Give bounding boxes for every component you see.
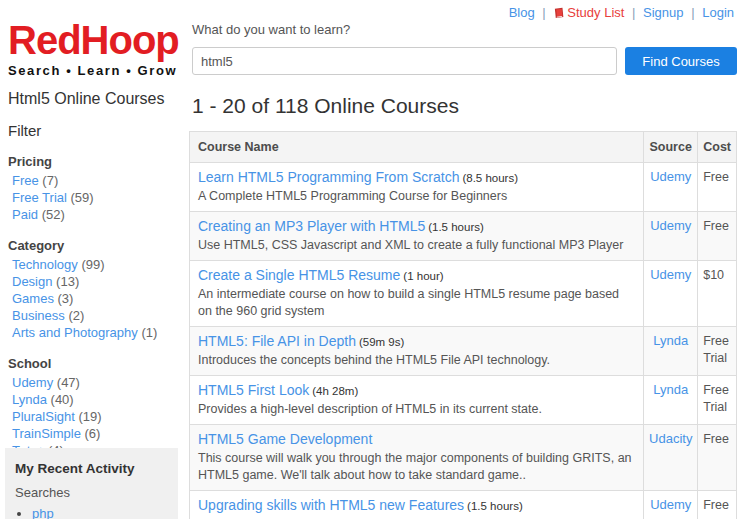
course-duration: (59m 9s)	[359, 336, 404, 348]
recent-search-item: php	[32, 506, 168, 519]
course-title-link[interactable]: HTML5 Game Development	[198, 431, 372, 447]
filter-heading: Filter	[8, 122, 180, 139]
results-area: 1 - 20 of 118 Online Courses Course Name…	[189, 92, 737, 519]
study-list-link[interactable]: Study List	[553, 5, 624, 20]
course-description: Introduces the concepts behind the HTML5…	[198, 352, 635, 369]
course-row: Learn HTML5 Programming From Scratch(8.5…	[190, 163, 737, 212]
filter-link[interactable]: Udemy	[12, 375, 53, 390]
recent-search-link[interactable]: php	[32, 506, 54, 519]
course-source-link[interactable]: Udemy	[650, 497, 691, 512]
course-cost: Free	[698, 212, 737, 261]
course-title-link[interactable]: Create a Single HTML5 Resume	[198, 267, 400, 283]
filter-item: PluralSight (19)	[8, 408, 180, 425]
recent-activity-title: My Recent Activity	[15, 461, 168, 476]
filter-item: Design (13)	[8, 273, 180, 290]
table-header-row: Course Name Source Cost	[190, 132, 737, 163]
course-source-link[interactable]: Lynda	[653, 333, 688, 348]
column-header-course-name: Course Name	[190, 132, 644, 163]
results-heading: 1 - 20 of 118 Online Courses	[192, 94, 737, 118]
study-list-label: Study List	[567, 5, 624, 20]
nav-separator: |	[632, 5, 635, 20]
course-row: Create a Single HTML5 Resume(1 hour) An …	[190, 261, 737, 327]
filter-link[interactable]: Business	[12, 308, 65, 323]
filter-group-category: Category Technology (99) Design (13) Gam…	[8, 238, 180, 341]
course-description: This course will walk you through the ma…	[198, 450, 635, 484]
course-description: Provides a high-level description of HTM…	[198, 401, 635, 418]
course-description: An intermediate course on how to build a…	[198, 286, 635, 320]
filter-group-school: School Udemy (47) Lynda (40) PluralSight…	[8, 356, 180, 459]
course-source-link[interactable]: Udemy	[650, 169, 691, 184]
search-area: What do you want to learn? Find Courses	[192, 22, 737, 75]
filter-count: (52)	[42, 207, 65, 222]
courses-table: Course Name Source Cost Learn HTML5 Prog…	[189, 131, 737, 519]
course-cost: Free Trial	[698, 376, 737, 425]
course-title-link[interactable]: Learn HTML5 Programming From Scratch	[198, 169, 459, 185]
filter-count: (13)	[56, 274, 79, 289]
course-title-link[interactable]: HTML5: File API in Depth	[198, 333, 356, 349]
filter-item: Games (3)	[8, 290, 180, 307]
course-duration: (1 hour)	[403, 270, 443, 282]
course-duration: (8.5 hours)	[462, 172, 518, 184]
course-duration: (4h 28m)	[312, 385, 358, 397]
course-row: Creating an MP3 Player with HTML5(1.5 ho…	[190, 212, 737, 261]
filter-count: (19)	[79, 409, 102, 424]
course-row: Upgrading skills with HTML5 new Features…	[190, 491, 737, 519]
filter-item: Udemy (47)	[8, 374, 180, 391]
filter-count: (99)	[81, 257, 104, 272]
filter-count: (2)	[68, 308, 84, 323]
filter-group-label: Category	[8, 238, 180, 253]
course-row: HTML5: File API in Depth(59m 9s) Introdu…	[190, 327, 737, 376]
filter-link[interactable]: PluralSight	[12, 409, 75, 424]
course-description: A Complete HTML5 Programming Course for …	[198, 188, 635, 205]
filter-link[interactable]: Arts and Photography	[12, 325, 138, 340]
filter-item: Free Trial (59)	[8, 189, 180, 206]
filter-item: Free (7)	[8, 172, 180, 189]
course-source-link[interactable]: Lynda	[653, 382, 688, 397]
filter-group-label: School	[8, 356, 180, 371]
nav-separator: |	[691, 5, 694, 20]
sidebar-title: Html5 Online Courses	[8, 90, 180, 108]
filter-count: (7)	[42, 173, 58, 188]
course-cost: Free	[698, 425, 737, 491]
filter-count: (3)	[58, 291, 74, 306]
course-cost: Free Trial	[698, 327, 737, 376]
course-source-link[interactable]: Udemy	[650, 267, 691, 282]
course-row: HTML5 Game Development This course will …	[190, 425, 737, 491]
filter-count: (40)	[51, 392, 74, 407]
course-cost: Free	[698, 491, 737, 519]
filter-count: (47)	[57, 375, 80, 390]
filter-count: (59)	[71, 190, 94, 205]
recent-searches-list: php	[15, 506, 168, 519]
course-duration: (1.5 hours)	[428, 221, 484, 233]
find-courses-button[interactable]: Find Courses	[625, 47, 737, 75]
search-input[interactable]	[192, 47, 617, 75]
filter-group-pricing: Pricing Free (7) Free Trial (59) Paid (5…	[8, 154, 180, 223]
course-title-link[interactable]: HTML5 First Look	[198, 382, 309, 398]
signup-link[interactable]: Signup	[643, 5, 683, 20]
filter-link[interactable]: Games	[12, 291, 54, 306]
search-label: What do you want to learn?	[192, 22, 737, 37]
filter-item: Arts and Photography (1)	[8, 324, 180, 341]
filter-link[interactable]: Design	[12, 274, 52, 289]
filter-link[interactable]: Paid	[12, 207, 38, 222]
logo[interactable]: RedHoop Search • Learn • Grow	[8, 20, 179, 78]
filter-item: TrainSimple (6)	[8, 425, 180, 442]
sidebar: Html5 Online Courses Filter Pricing Free…	[8, 90, 180, 459]
course-title-link[interactable]: Upgrading skills with HTML5 new Features	[198, 497, 464, 513]
course-source-link[interactable]: Udemy	[650, 218, 691, 233]
filter-link[interactable]: Free Trial	[12, 190, 67, 205]
book-icon	[553, 7, 565, 22]
course-description: Use HTML5, CSS Javascript and XML to cre…	[198, 237, 635, 254]
filter-link[interactable]: Free	[12, 173, 39, 188]
blog-link[interactable]: Blog	[509, 5, 535, 20]
column-header-source: Source	[644, 132, 698, 163]
login-link[interactable]: Login	[702, 5, 734, 20]
course-duration: (1.5 hours)	[467, 500, 523, 512]
course-source-link[interactable]: Udacity	[649, 431, 692, 446]
filter-link[interactable]: TrainSimple	[12, 426, 81, 441]
course-title-link[interactable]: Creating an MP3 Player with HTML5	[198, 218, 425, 234]
recent-activity-subtitle: Searches	[15, 485, 168, 500]
filter-link[interactable]: Technology	[12, 257, 78, 272]
recent-activity-panel: My Recent Activity Searches php	[5, 448, 178, 519]
filter-link[interactable]: Lynda	[12, 392, 47, 407]
